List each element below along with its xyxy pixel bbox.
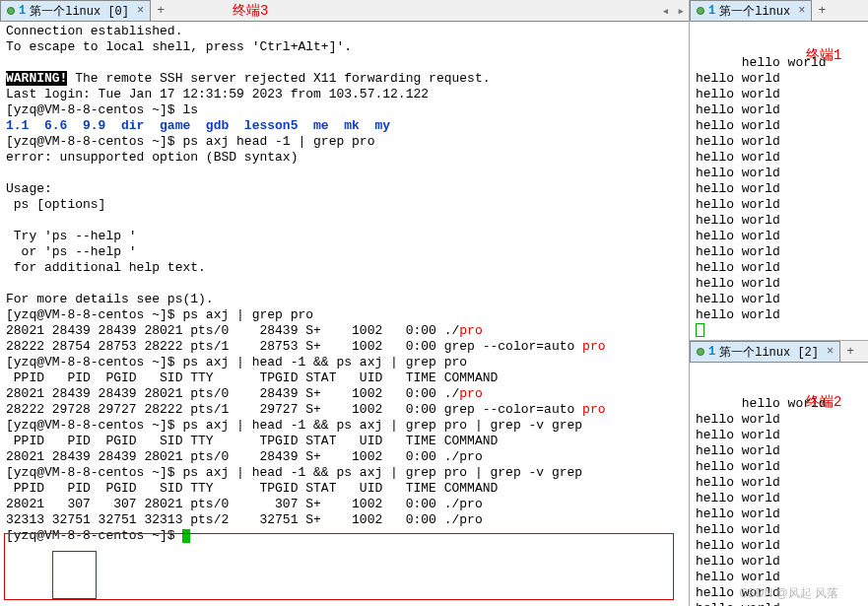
close-icon[interactable]: × [137, 4, 144, 18]
tab-index: 1 [708, 4, 715, 18]
tab-terminal2[interactable]: 1 第一个linux [2] × [690, 341, 840, 362]
new-tab-button[interactable]: + [151, 0, 170, 21]
close-icon[interactable]: × [798, 4, 805, 18]
right-top-pane: 1 第一个linux × + 终端1 hello world hello wor… [690, 0, 868, 341]
new-tab-button[interactable]: + [812, 0, 832, 21]
right-bot-pane: 1 第一个linux [2] × + 终端2 hello world hello… [690, 341, 868, 606]
annotation-terminal3: 终端3 [233, 2, 268, 20]
new-tab-button[interactable]: + [840, 341, 860, 362]
tab-terminal1[interactable]: 1 第一个linux × [690, 0, 812, 21]
status-dot-icon [697, 7, 704, 15]
tab-index: 1 [708, 345, 715, 359]
left-tabbar: 1 第一个linux [0] × + 终端3 ◂ ▸ [0, 0, 689, 22]
terminal2-output[interactable]: 终端2 hello world hello world hello world … [690, 363, 868, 606]
right-top-tabbar: 1 第一个linux × + [690, 0, 868, 22]
right-pane: 1 第一个linux × + 终端1 hello world hello wor… [690, 0, 868, 606]
tab-arrows[interactable]: ◂ ▸ [658, 0, 689, 21]
tab-title: 第一个linux [719, 3, 790, 20]
terminal1-output[interactable]: 终端1 hello world hello world hello world … [690, 22, 868, 340]
close-icon[interactable]: × [827, 345, 834, 359]
tab-title: 第一个linux [2] [719, 344, 819, 361]
tab-index: 1 [19, 4, 26, 18]
tab-title: 第一个linux [0] [30, 3, 129, 20]
left-pane: 1 第一个linux [0] × + 终端3 ◂ ▸ Connection es… [0, 0, 690, 606]
watermark: CSDN @风起 风落 [739, 585, 838, 602]
status-dot-icon [697, 348, 704, 356]
right-bot-tabbar: 1 第一个linux [2] × + [690, 341, 868, 363]
annotation-terminal1: 终端1 [806, 47, 841, 63]
annotation-terminal2: 终端2 [806, 394, 841, 410]
terminal3-output[interactable]: Connection established. To escape to loc… [0, 22, 689, 606]
status-dot-icon [7, 7, 15, 15]
app-root: 1 第一个linux [0] × + 终端3 ◂ ▸ Connection es… [0, 0, 868, 606]
tab-terminal3[interactable]: 1 第一个linux [0] × [0, 0, 151, 21]
